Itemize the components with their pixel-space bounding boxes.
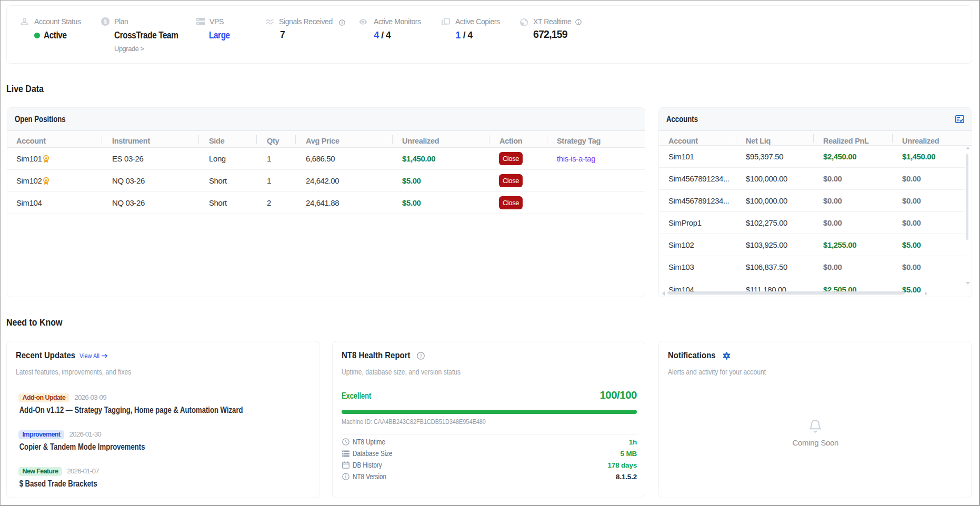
svg-text:$: $ [104, 19, 107, 25]
svg-text:?: ? [419, 353, 422, 359]
